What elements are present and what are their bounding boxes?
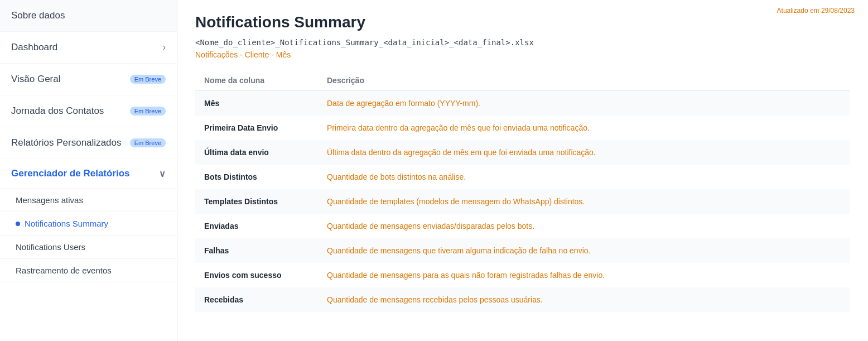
page-title: Notifications Summary — [195, 13, 850, 31]
col-header-name: Nome da coluna — [195, 70, 318, 91]
sidebar-sub-item-mensagens-ativas[interactable]: Mensagens ativas — [0, 189, 177, 212]
table-cell-name: Envios com sucesso — [195, 263, 318, 287]
chevron-down-icon: ∨ — [159, 169, 166, 179]
sidebar-item-jornada[interactable]: Jornada dos Contatos Em Breve — [0, 95, 177, 127]
sidebar-sub-item-rastreamento[interactable]: Rastreamento de eventos — [0, 259, 177, 282]
table-row: EnviadasQuantidade de mensagens enviadas… — [195, 214, 850, 238]
sidebar-item-visao-geral[interactable]: Visão Geral Em Breve — [0, 64, 177, 95]
columns-table: Nome da coluna Descrição MêsData de agre… — [195, 70, 850, 312]
table-cell-desc: Quantidade de templates (modelos de mens… — [318, 189, 850, 214]
table-row: FalhasQuantidade de mensagens que tivera… — [195, 238, 850, 263]
table-cell-desc: Quantidade de mensagens enviadas/dispara… — [318, 214, 850, 238]
active-dot-icon — [16, 222, 20, 226]
table-row: Envios com sucessoQuantidade de mensagen… — [195, 263, 850, 287]
table-cell-name: Enviadas — [195, 214, 318, 238]
table-cell-desc: Primeira data dentro da agregação de mês… — [318, 116, 850, 140]
table-cell-desc: Quantidade de mensagens que tiveram algu… — [318, 238, 850, 263]
sidebar-sub-item-notifications-users[interactable]: Notifications Users — [0, 236, 177, 259]
em-breve-badge: Em Breve — [130, 75, 166, 84]
sidebar-sub-label: Rastreamento de eventos — [16, 266, 112, 275]
table-row: MêsData de agregação em formato (YYYY-mm… — [195, 91, 850, 116]
table-cell-desc: Quantidade de bots distintos na análise. — [318, 165, 850, 189]
em-breve-badge: Em Breve — [130, 138, 166, 147]
table-cell-name: Templates Distintos — [195, 189, 318, 214]
table-cell-name: Última data envio — [195, 140, 318, 165]
table-row: Templates DistintosQuantidade de templat… — [195, 189, 850, 214]
main-content: Atualizado em 29/08/2023 Notifications S… — [177, 0, 868, 341]
table-cell-name: Mês — [195, 91, 318, 116]
sidebar-item-gerenciador[interactable]: Gerenciador de Relatórios ∨ — [0, 159, 177, 189]
sidebar-sub-label: Notifications Summary — [25, 219, 108, 228]
sidebar: Sobre dados Dashboard › Visão Geral Em B… — [0, 0, 177, 341]
table-cell-name: Primeira Data Envio — [195, 116, 318, 140]
chevron-right-icon: › — [163, 42, 166, 52]
sidebar-sub-label: Mensagens ativas — [16, 195, 83, 205]
table-row: Bots DistintosQuantidade de bots distint… — [195, 165, 850, 189]
table-cell-desc: Última data dentro da agregação de mês e… — [318, 140, 850, 165]
table-cell-desc: Data de agregação em formato (YYYY-mm). — [318, 91, 850, 116]
table-row: Última data envioÚltima data dentro da a… — [195, 140, 850, 165]
sidebar-item-label: Jornada dos Contatos — [11, 105, 130, 117]
sidebar-sub-label: Notifications Users — [16, 242, 85, 252]
table-row: RecebidasQuantidade de mensagens recebid… — [195, 287, 850, 312]
sidebar-item-label: Dashboard — [11, 42, 57, 53]
sidebar-item-label: Visão Geral — [11, 74, 61, 85]
table-cell-name: Falhas — [195, 238, 318, 263]
breadcrumb: Notificações - Cliente - Mês — [195, 50, 850, 59]
em-breve-badge: Em Breve — [130, 107, 166, 116]
table-cell-name: Recebidas — [195, 287, 318, 312]
sidebar-item-sobre-dados[interactable]: Sobre dados — [0, 0, 177, 32]
table-cell-desc: Quantidade de mensagens recebidas pelos … — [318, 287, 850, 312]
sidebar-item-label: Relatórios Personalizados — [11, 137, 130, 148]
table-cell-name: Bots Distintos — [195, 165, 318, 189]
table-cell-desc: Quantidade de mensagens para as quais nã… — [318, 263, 850, 287]
update-badge: Atualizado em 29/08/2023 — [777, 7, 855, 15]
sidebar-item-label: Sobre dados — [11, 10, 65, 21]
sidebar-section-label: Gerenciador de Relatórios — [11, 168, 130, 179]
file-name: <Nome_do_cliente>_Notifications_Summary_… — [195, 38, 850, 47]
table-row: Primeira Data EnvioPrimeira data dentro … — [195, 116, 850, 140]
sidebar-item-relatorios-personalizados[interactable]: Relatórios Personalizados Em Breve — [0, 127, 177, 159]
sidebar-sub-item-notifications-summary[interactable]: Notifications Summary — [0, 212, 177, 236]
sidebar-item-dashboard[interactable]: Dashboard › — [0, 32, 177, 64]
col-header-desc: Descrição — [318, 70, 850, 91]
